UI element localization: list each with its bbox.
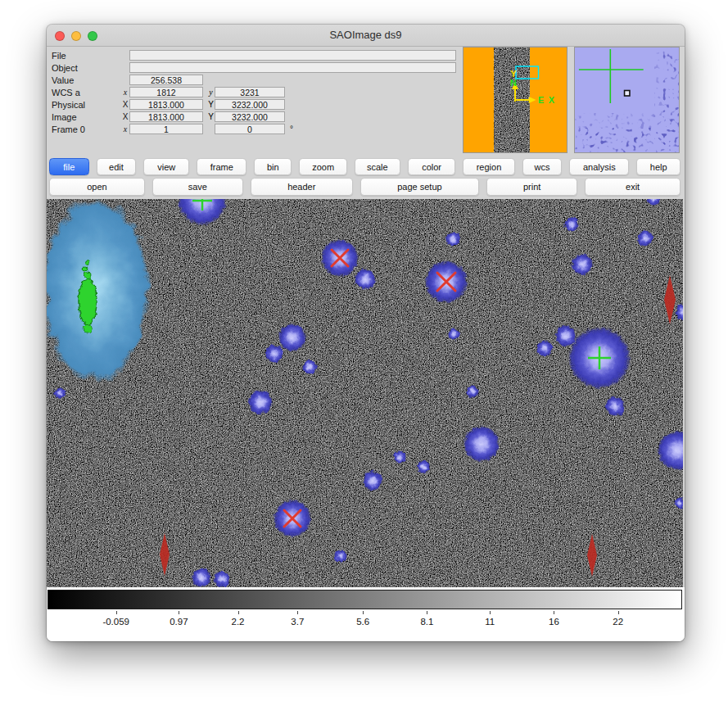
value-label: Value [52, 75, 121, 85]
physical-label: Physical [52, 100, 121, 110]
zoom-window-button[interactable] [88, 31, 97, 41]
colorbar-label: 16 [549, 617, 559, 627]
colorbar-section: -0.059 0.97 2.2 3.7 5.6 8.1 11 16 22 [47, 587, 685, 641]
file-field[interactable] [129, 50, 456, 61]
titlebar[interactable]: SAOImage ds9 [47, 25, 685, 47]
menu-file-button[interactable]: file [49, 158, 89, 175]
colorbar-label: 11 [485, 617, 495, 627]
window-title: SAOImage ds9 [47, 25, 685, 46]
panner[interactable]: Y N E X [463, 47, 567, 153]
menu-region-button[interactable]: region [463, 158, 514, 175]
image-x-field[interactable] [129, 111, 203, 122]
file-label: File [52, 51, 121, 61]
physical-y-sublabel: Y [207, 100, 215, 109]
degree-symbol: ° [290, 124, 293, 134]
colorbar-label: 8.1 [420, 617, 433, 627]
file-toolbar: open save header page setup print exit [49, 178, 681, 196]
menu-help-button[interactable]: help [636, 158, 681, 175]
menu-bar: file edit view frame bin zoom scale colo… [49, 158, 681, 175]
colorbar-label: 2.2 [232, 617, 245, 627]
magnifier-noise-right [663, 48, 679, 152]
magnifier[interactable] [574, 47, 680, 153]
compass-e-label: E [538, 95, 544, 105]
save-button[interactable]: save [152, 178, 243, 196]
menu-wcs-button[interactable]: wcs [522, 158, 563, 175]
object-field[interactable] [129, 62, 456, 73]
compass-x-label: X [549, 95, 555, 105]
frame-rotate-field[interactable] [215, 124, 285, 134]
colorbar-label: -0.059 [102, 617, 129, 627]
menu-edit-button[interactable]: edit [97, 158, 137, 175]
exit-button[interactable]: exit [585, 178, 681, 196]
colorbar-label: 3.7 [291, 617, 304, 627]
menu-color-button[interactable]: color [408, 158, 455, 175]
physical-y-field[interactable] [215, 99, 285, 110]
physical-x-field[interactable] [129, 99, 203, 110]
wcs-x-field[interactable] [129, 87, 203, 97]
wcs-y-sublabel: y [207, 88, 215, 97]
object-label: Object [52, 63, 121, 73]
open-button[interactable]: open [49, 178, 145, 196]
wcs-x-sublabel: x [121, 88, 129, 97]
magnifier-cursor-box [625, 91, 630, 97]
ds9-window: SAOImage ds9 File Object Value WCS a x [47, 25, 685, 641]
wcs-label: WCS a [52, 88, 121, 97]
frame-label: Frame 0 [52, 124, 121, 134]
menu-frame-button[interactable]: frame [197, 158, 246, 175]
colorbar-label: 0.97 [170, 617, 188, 627]
menu-view-button[interactable]: view [143, 158, 189, 175]
image-label: Image [52, 112, 121, 122]
print-button[interactable]: print [486, 178, 577, 196]
colorbar-label: 5.6 [356, 617, 369, 627]
menu-zoom-button[interactable]: zoom [299, 158, 346, 175]
frame-x-sublabel: x [121, 124, 129, 134]
menu-analysis-button[interactable]: analysis [569, 158, 629, 175]
header-button[interactable]: header [251, 178, 353, 196]
colorbar-label: 22 [613, 617, 623, 627]
image-canvas[interactable] [47, 199, 683, 587]
galaxy-blob [47, 199, 150, 382]
info-panel: File Object Value WCS a x y [52, 49, 461, 135]
frame-zoom-field[interactable] [129, 124, 203, 134]
minimize-button[interactable] [71, 31, 81, 41]
desktop: SAOImage ds9 File Object Value WCS a x [0, 0, 728, 706]
magnifier-noise-right-fade [654, 48, 664, 152]
menu-bin-button[interactable]: bin [254, 158, 292, 175]
physical-x-sublabel: X [121, 100, 129, 109]
menu-scale-button[interactable]: scale [355, 158, 400, 175]
compass-n-label: N [510, 78, 517, 88]
colorbar-scale: -0.059 0.97 2.2 3.7 5.6 8.1 11 16 22 [47, 587, 682, 641]
close-button[interactable] [55, 31, 65, 41]
image-x-sublabel: X [121, 112, 129, 121]
page-setup-button[interactable]: page setup [360, 178, 479, 196]
value-field[interactable] [129, 75, 203, 85]
wcs-y-field[interactable] [215, 87, 285, 97]
image-y-sublabel: Y [207, 112, 215, 121]
image-y-field[interactable] [215, 111, 285, 122]
